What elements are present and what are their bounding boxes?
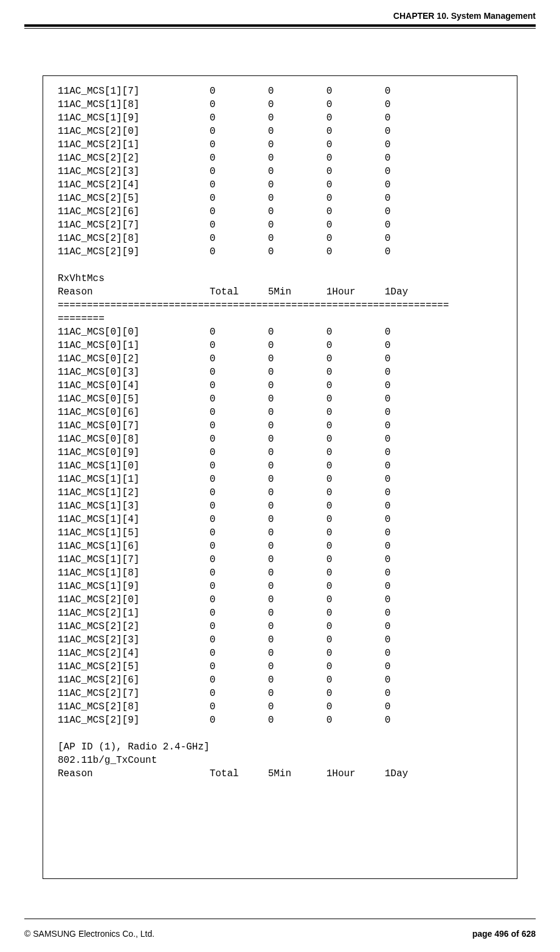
page-footer: © SAMSUNG Electronics Co., Ltd. page 496…: [24, 929, 536, 939]
header-rule-thin: [24, 28, 536, 29]
page-container: CHAPTER 10. System Management 11AC_MCS[1…: [0, 0, 560, 952]
chapter-title: CHAPTER 10. System Management: [393, 11, 536, 21]
footer-page-number: page 496 of 628: [472, 929, 536, 939]
footer-copyright: © SAMSUNG Electronics Co., Ltd.: [24, 929, 154, 939]
page-header: CHAPTER 10. System Management: [24, 0, 536, 24]
terminal-output-text: 11AC_MCS[1][7] 0 0 0 0 11AC_MCS[1][8] 0 …: [58, 85, 505, 780]
header-rule-thick: [24, 24, 536, 27]
footer-rule: [24, 919, 536, 919]
terminal-output-box: 11AC_MCS[1][7] 0 0 0 0 11AC_MCS[1][8] 0 …: [43, 75, 517, 879]
